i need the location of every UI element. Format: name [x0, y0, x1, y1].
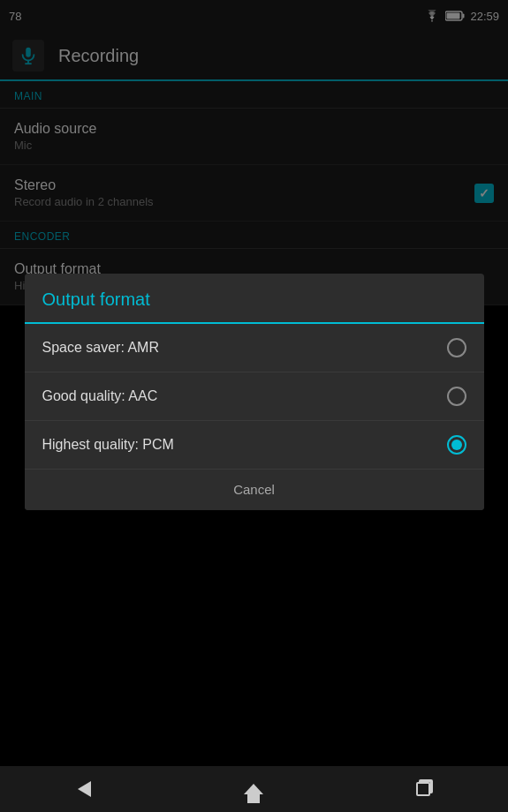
option-amr[interactable]: Space saver: AMR — [25, 324, 484, 372]
option-aac[interactable]: Good quality: AAC — [25, 372, 484, 421]
home-button[interactable] — [227, 771, 280, 807]
home-icon — [244, 784, 263, 794]
cancel-button[interactable]: Cancel — [25, 470, 484, 510]
dialog-title: Output format — [42, 289, 150, 309]
option-pcm-radio[interactable] — [447, 435, 466, 455]
recents-button[interactable] — [397, 771, 450, 807]
option-pcm-label: Highest quality: PCM — [42, 437, 174, 453]
back-icon — [78, 781, 91, 797]
back-button[interactable] — [58, 771, 111, 807]
option-aac-radio[interactable] — [447, 387, 466, 406]
cancel-label: Cancel — [233, 482, 275, 497]
option-amr-label: Space saver: AMR — [42, 340, 160, 356]
bottom-nav — [0, 766, 508, 812]
dialog-overlay: Output format Space saver: AMR Good qual… — [0, 0, 508, 812]
option-amr-radio[interactable] — [447, 338, 466, 357]
option-pcm[interactable]: Highest quality: PCM — [25, 421, 484, 470]
output-format-dialog: Output format Space saver: AMR Good qual… — [25, 274, 484, 510]
recents-icon — [416, 782, 430, 796]
option-aac-label: Good quality: AAC — [42, 388, 158, 404]
dialog-title-bar: Output format — [25, 274, 484, 324]
